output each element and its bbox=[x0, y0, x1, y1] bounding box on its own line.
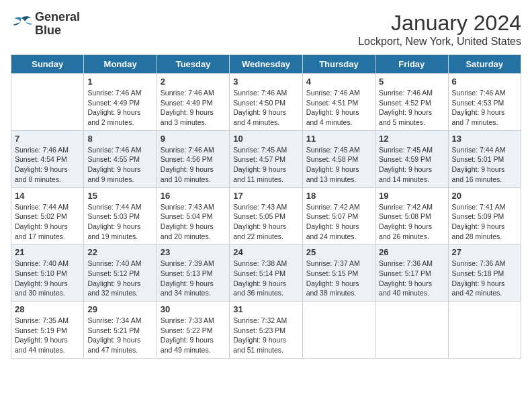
calendar-cell: 16Sunrise: 7:43 AM Sunset: 5:04 PM Dayli… bbox=[157, 187, 229, 244]
calendar-cell: 30Sunrise: 7:33 AM Sunset: 5:22 PM Dayli… bbox=[157, 302, 229, 359]
calendar-cell: 10Sunrise: 7:45 AM Sunset: 4:57 PM Dayli… bbox=[230, 130, 302, 187]
calendar-cell: 18Sunrise: 7:42 AM Sunset: 5:07 PM Dayli… bbox=[302, 187, 375, 244]
col-tuesday: Tuesday bbox=[157, 55, 229, 74]
calendar-body: 1Sunrise: 7:46 AM Sunset: 4:49 PM Daylig… bbox=[11, 74, 521, 359]
cell-content: Sunrise: 7:35 AM Sunset: 5:19 PM Dayligh… bbox=[15, 316, 80, 355]
cell-content: Sunrise: 7:32 AM Sunset: 5:23 PM Dayligh… bbox=[233, 316, 298, 355]
calendar-cell: 21Sunrise: 7:40 AM Sunset: 5:10 PM Dayli… bbox=[11, 244, 84, 302]
day-number: 6 bbox=[452, 77, 517, 87]
day-number: 29 bbox=[87, 304, 152, 314]
calendar-cell: 6Sunrise: 7:46 AM Sunset: 4:53 PM Daylig… bbox=[448, 74, 521, 131]
calendar-cell: 13Sunrise: 7:44 AM Sunset: 5:01 PM Dayli… bbox=[448, 130, 521, 187]
calendar-cell: 12Sunrise: 7:45 AM Sunset: 4:59 PM Dayli… bbox=[375, 130, 448, 187]
calendar-cell bbox=[448, 302, 521, 359]
day-number: 24 bbox=[233, 247, 298, 257]
cell-content: Sunrise: 7:44 AM Sunset: 5:01 PM Dayligh… bbox=[452, 145, 517, 185]
cell-content: Sunrise: 7:43 AM Sunset: 5:04 PM Dayligh… bbox=[161, 202, 226, 242]
cell-content: Sunrise: 7:40 AM Sunset: 5:10 PM Dayligh… bbox=[15, 259, 80, 298]
calendar-cell: 17Sunrise: 7:43 AM Sunset: 5:05 PM Dayli… bbox=[230, 187, 302, 244]
calendar-cell: 24Sunrise: 7:38 AM Sunset: 5:14 PM Dayli… bbox=[230, 244, 302, 302]
cell-content: Sunrise: 7:37 AM Sunset: 5:15 PM Dayligh… bbox=[306, 259, 371, 298]
day-number: 15 bbox=[87, 191, 152, 201]
logo: General Blue bbox=[11, 11, 80, 38]
col-friday: Friday bbox=[375, 55, 448, 74]
cell-content: Sunrise: 7:41 AM Sunset: 5:09 PM Dayligh… bbox=[452, 202, 517, 242]
cell-content: Sunrise: 7:45 AM Sunset: 4:57 PM Dayligh… bbox=[233, 145, 298, 185]
day-number: 9 bbox=[161, 134, 226, 144]
cell-content: Sunrise: 7:45 AM Sunset: 4:59 PM Dayligh… bbox=[379, 145, 444, 185]
day-number: 3 bbox=[233, 77, 298, 87]
day-number: 2 bbox=[161, 77, 226, 87]
cell-content: Sunrise: 7:36 AM Sunset: 5:18 PM Dayligh… bbox=[452, 259, 517, 298]
calendar-cell bbox=[375, 302, 448, 359]
day-number: 12 bbox=[379, 134, 444, 144]
day-number: 1 bbox=[87, 77, 152, 87]
cell-content: Sunrise: 7:34 AM Sunset: 5:21 PM Dayligh… bbox=[87, 316, 152, 355]
calendar-row: 21Sunrise: 7:40 AM Sunset: 5:10 PM Dayli… bbox=[11, 244, 521, 302]
cell-content: Sunrise: 7:46 AM Sunset: 4:56 PM Dayligh… bbox=[161, 145, 226, 185]
calendar-cell bbox=[11, 74, 84, 131]
calendar-cell: 22Sunrise: 7:40 AM Sunset: 5:12 PM Dayli… bbox=[84, 244, 157, 302]
cell-content: Sunrise: 7:40 AM Sunset: 5:12 PM Dayligh… bbox=[87, 259, 152, 298]
calendar-table: Sunday Monday Tuesday Wednesday Thursday… bbox=[11, 54, 521, 359]
cell-content: Sunrise: 7:39 AM Sunset: 5:13 PM Dayligh… bbox=[161, 259, 226, 298]
cell-content: Sunrise: 7:46 AM Sunset: 4:53 PM Dayligh… bbox=[452, 88, 517, 128]
day-number: 22 bbox=[87, 247, 152, 257]
day-number: 16 bbox=[161, 191, 226, 201]
day-number: 5 bbox=[379, 77, 444, 87]
calendar-cell: 7Sunrise: 7:46 AM Sunset: 4:54 PM Daylig… bbox=[11, 130, 84, 187]
cell-content: Sunrise: 7:46 AM Sunset: 4:49 PM Dayligh… bbox=[87, 88, 152, 128]
day-number: 31 bbox=[233, 304, 298, 314]
col-monday: Monday bbox=[84, 55, 157, 74]
col-saturday: Saturday bbox=[448, 55, 521, 74]
cell-content: Sunrise: 7:44 AM Sunset: 5:02 PM Dayligh… bbox=[15, 202, 80, 242]
calendar-header: Sunday Monday Tuesday Wednesday Thursday… bbox=[11, 55, 521, 74]
day-number: 13 bbox=[452, 134, 517, 144]
calendar-cell: 27Sunrise: 7:36 AM Sunset: 5:18 PM Dayli… bbox=[448, 244, 521, 302]
day-number: 18 bbox=[306, 191, 371, 201]
cell-content: Sunrise: 7:46 AM Sunset: 4:55 PM Dayligh… bbox=[87, 145, 152, 185]
day-number: 28 bbox=[15, 304, 80, 314]
cell-content: Sunrise: 7:46 AM Sunset: 4:54 PM Dayligh… bbox=[15, 145, 80, 185]
calendar-cell: 3Sunrise: 7:46 AM Sunset: 4:50 PM Daylig… bbox=[230, 74, 302, 131]
header-row: Sunday Monday Tuesday Wednesday Thursday… bbox=[11, 55, 521, 74]
col-sunday: Sunday bbox=[11, 55, 84, 74]
day-number: 30 bbox=[161, 304, 226, 314]
calendar-title: January 2024 bbox=[358, 11, 521, 36]
day-number: 21 bbox=[15, 247, 80, 257]
day-number: 19 bbox=[379, 191, 444, 201]
cell-content: Sunrise: 7:46 AM Sunset: 4:49 PM Dayligh… bbox=[161, 88, 226, 128]
cell-content: Sunrise: 7:45 AM Sunset: 4:58 PM Dayligh… bbox=[306, 145, 371, 185]
calendar-cell: 28Sunrise: 7:35 AM Sunset: 5:19 PM Dayli… bbox=[11, 302, 84, 359]
cell-content: Sunrise: 7:46 AM Sunset: 4:52 PM Dayligh… bbox=[379, 88, 444, 128]
calendar-cell: 23Sunrise: 7:39 AM Sunset: 5:13 PM Dayli… bbox=[157, 244, 229, 302]
logo-icon bbox=[11, 15, 32, 34]
title-block: January 2024 Lockport, New York, United … bbox=[358, 11, 521, 48]
calendar-row: 14Sunrise: 7:44 AM Sunset: 5:02 PM Dayli… bbox=[11, 187, 521, 244]
calendar-cell: 11Sunrise: 7:45 AM Sunset: 4:58 PM Dayli… bbox=[302, 130, 375, 187]
calendar-cell: 4Sunrise: 7:46 AM Sunset: 4:51 PM Daylig… bbox=[302, 74, 375, 131]
day-number: 4 bbox=[306, 77, 371, 87]
calendar-cell: 29Sunrise: 7:34 AM Sunset: 5:21 PM Dayli… bbox=[84, 302, 157, 359]
day-number: 8 bbox=[87, 134, 152, 144]
calendar-row: 1Sunrise: 7:46 AM Sunset: 4:49 PM Daylig… bbox=[11, 74, 521, 131]
calendar-subtitle: Lockport, New York, United States bbox=[358, 36, 521, 48]
cell-content: Sunrise: 7:38 AM Sunset: 5:14 PM Dayligh… bbox=[233, 259, 298, 298]
calendar-cell: 14Sunrise: 7:44 AM Sunset: 5:02 PM Dayli… bbox=[11, 187, 84, 244]
day-number: 11 bbox=[306, 134, 371, 144]
calendar-cell: 8Sunrise: 7:46 AM Sunset: 4:55 PM Daylig… bbox=[84, 130, 157, 187]
calendar-cell: 25Sunrise: 7:37 AM Sunset: 5:15 PM Dayli… bbox=[302, 244, 375, 302]
day-number: 20 bbox=[452, 191, 517, 201]
calendar-cell: 1Sunrise: 7:46 AM Sunset: 4:49 PM Daylig… bbox=[84, 74, 157, 131]
cell-content: Sunrise: 7:42 AM Sunset: 5:08 PM Dayligh… bbox=[379, 202, 444, 242]
day-number: 17 bbox=[233, 191, 298, 201]
calendar-cell: 9Sunrise: 7:46 AM Sunset: 4:56 PM Daylig… bbox=[157, 130, 229, 187]
calendar-row: 28Sunrise: 7:35 AM Sunset: 5:19 PM Dayli… bbox=[11, 302, 521, 359]
day-number: 23 bbox=[161, 247, 226, 257]
day-number: 10 bbox=[233, 134, 298, 144]
calendar-cell: 15Sunrise: 7:44 AM Sunset: 5:03 PM Dayli… bbox=[84, 187, 157, 244]
cell-content: Sunrise: 7:44 AM Sunset: 5:03 PM Dayligh… bbox=[87, 202, 152, 242]
day-number: 7 bbox=[15, 134, 80, 144]
calendar-cell: 5Sunrise: 7:46 AM Sunset: 4:52 PM Daylig… bbox=[375, 74, 448, 131]
cell-content: Sunrise: 7:43 AM Sunset: 5:05 PM Dayligh… bbox=[233, 202, 298, 242]
